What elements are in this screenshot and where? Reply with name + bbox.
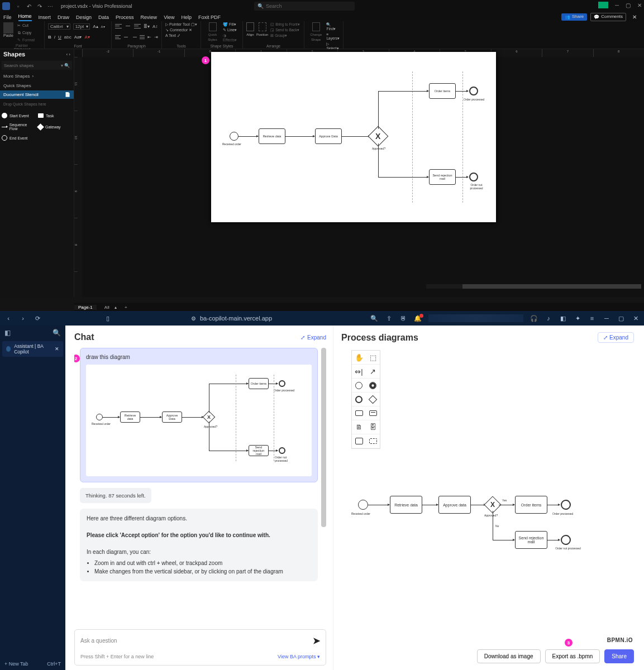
document-stencil-item[interactable]: Document Stencil📄 bbox=[0, 90, 74, 99]
bpmn-flow[interactable] bbox=[368, 505, 389, 505]
quick-shapes-link[interactable]: Quick Shapes bbox=[0, 81, 74, 90]
bpmn-task-reject[interactable]: Send rejection mail bbox=[429, 169, 456, 185]
tab-close-icon[interactable]: ✕ bbox=[55, 346, 59, 352]
bpmn-flow[interactable] bbox=[378, 91, 379, 129]
pointer-tool-button[interactable]: ▷ Pointer Tool ▢▾ bbox=[165, 22, 197, 27]
bpmn-flow[interactable] bbox=[422, 505, 438, 505]
bring-to-front-button[interactable]: ◱ Bring to Front▾ bbox=[270, 22, 299, 27]
headphones-icon[interactable]: 🎧 bbox=[530, 315, 538, 322]
copy-button[interactable]: ⧉Copy bbox=[16, 30, 41, 36]
bpmn-flow[interactable] bbox=[378, 143, 379, 177]
chat-scroll-thumb[interactable] bbox=[321, 348, 326, 527]
bpmn-flow[interactable] bbox=[493, 540, 514, 540]
collapse-ribbon-icon[interactable]: ✕ bbox=[629, 14, 640, 20]
fill-button[interactable]: 🪣 Fill▾ bbox=[223, 22, 239, 27]
align-center-button[interactable] bbox=[123, 35, 129, 40]
position-button[interactable]: Position bbox=[256, 22, 268, 38]
bpmn-start-event[interactable] bbox=[230, 132, 238, 141]
font-size-select[interactable]: 12pt▾ bbox=[73, 23, 90, 30]
download-image-button[interactable]: Download as image bbox=[477, 649, 541, 663]
notification-bell-icon[interactable]: 🔔 bbox=[414, 315, 422, 322]
bpmn-task-approve[interactable]: Approve data bbox=[438, 496, 471, 514]
bpmn-flow[interactable] bbox=[378, 91, 428, 92]
bpmn-flow[interactable] bbox=[471, 505, 485, 505]
align-mid-button[interactable] bbox=[125, 23, 131, 29]
page-tab-1[interactable]: Page-1 bbox=[74, 305, 97, 310]
share-diagram-button[interactable]: Share bbox=[604, 649, 634, 663]
chat-input-box[interactable]: Ask a question ➤ Press Shift + Enter for… bbox=[74, 629, 326, 666]
url-bar[interactable]: ⚙ ba-copilot-main.vercel.app bbox=[191, 315, 272, 322]
bpmn-flow[interactable] bbox=[456, 91, 468, 92]
add-page-button[interactable]: + bbox=[121, 305, 131, 310]
share-button[interactable]: 👥 Share bbox=[561, 13, 587, 21]
format-painter-button[interactable]: ✎Format Painter bbox=[16, 37, 41, 47]
undo-icon[interactable]: ↶ bbox=[25, 3, 32, 10]
bpmn-canvas[interactable]: Received order Retrieve data Approve dat… bbox=[341, 347, 634, 663]
bpmn-flow[interactable] bbox=[456, 177, 468, 178]
bpmn-flow[interactable] bbox=[285, 136, 314, 137]
shapes-search-input[interactable]: Search shapes▾ 🔍 bbox=[2, 61, 72, 70]
send-icon[interactable]: ➤ bbox=[313, 635, 320, 646]
shapes-nav[interactable]: ‹ › bbox=[66, 52, 70, 57]
align-left-button[interactable] bbox=[115, 35, 121, 40]
user-avatar-icon[interactable] bbox=[598, 2, 608, 8]
minimize-icon[interactable]: ─ bbox=[615, 2, 619, 8]
find-button[interactable]: 🔍 Find▾ bbox=[326, 22, 340, 31]
quick-styles-button[interactable]: Quick Styles bbox=[204, 22, 221, 42]
sidepanel-icon[interactable]: ◧ bbox=[559, 315, 567, 322]
win-close-icon[interactable]: ✕ bbox=[632, 315, 640, 322]
page-tab-all[interactable]: All ▴ bbox=[97, 305, 121, 310]
font-name-select[interactable]: Calibri▾ bbox=[48, 23, 70, 30]
bpmn-end-yes[interactable] bbox=[469, 87, 478, 95]
search-page-icon[interactable]: 🔍 bbox=[370, 315, 378, 322]
tab-home[interactable]: Home bbox=[18, 13, 32, 21]
close-icon[interactable]: ✕ bbox=[637, 2, 642, 8]
shape-end-event[interactable]: End Event bbox=[2, 135, 36, 141]
export-bpmn-button[interactable]: Export as .bpmn bbox=[545, 649, 600, 663]
process-expand-button[interactable]: ⤢ Expand bbox=[598, 332, 634, 343]
win-min-icon[interactable]: ─ bbox=[603, 315, 610, 322]
bold-button[interactable]: B bbox=[48, 35, 51, 40]
shape-gateway[interactable]: Gateway bbox=[38, 123, 72, 131]
sidebar-search-icon[interactable]: 🔍 bbox=[53, 329, 61, 337]
horizontal-scrollbar[interactable] bbox=[426, 284, 634, 289]
shield-icon[interactable]: ⛨ bbox=[399, 315, 407, 322]
chat-scrollbar[interactable] bbox=[321, 348, 326, 624]
bpmn-flow[interactable] bbox=[547, 505, 560, 505]
chat-messages[interactable]: 2 draw this diagram Received order Retri… bbox=[74, 348, 326, 624]
shape-start-event[interactable]: Start Event bbox=[2, 113, 36, 118]
line-button[interactable]: ✎ Line▾ bbox=[223, 28, 239, 32]
tab-foxit[interactable]: Foxit PDF bbox=[198, 15, 221, 21]
underline-button[interactable]: U bbox=[58, 35, 61, 40]
nav-back-icon[interactable]: ‹ bbox=[4, 315, 12, 322]
font-shrink-icon[interactable]: A▾ bbox=[101, 25, 105, 28]
tab-data[interactable]: Data bbox=[98, 15, 109, 21]
visio-search-input[interactable]: 🔍 Search bbox=[254, 2, 355, 11]
send-to-back-button[interactable]: ◲ Send to Back▾ bbox=[270, 28, 299, 32]
tab-insert[interactable]: Insert bbox=[39, 15, 51, 21]
bpmn-flow[interactable] bbox=[342, 136, 370, 137]
align-button[interactable]: Align bbox=[246, 22, 254, 38]
save-icon[interactable]: ▫ bbox=[15, 3, 22, 10]
align-top-button[interactable] bbox=[115, 23, 122, 29]
scrollbar-thumb[interactable] bbox=[462, 284, 641, 289]
redo-icon[interactable]: ↷ bbox=[36, 3, 43, 10]
group-button[interactable]: ⊞ Group▾ bbox=[270, 34, 299, 38]
menu-icon[interactable]: ≡ bbox=[588, 315, 596, 322]
align-right-button[interactable] bbox=[131, 35, 137, 40]
bpmn-task-approve[interactable]: Approve Data bbox=[315, 128, 342, 144]
align-bot-button[interactable] bbox=[134, 23, 141, 29]
music-icon[interactable]: ♪ bbox=[545, 315, 552, 322]
shape-seq-flow[interactable]: Sequence Flow bbox=[2, 123, 36, 131]
layers-button[interactable]: ≡ Layers▾ bbox=[326, 32, 340, 41]
font-color-button[interactable]: A▾ bbox=[85, 35, 90, 40]
effects-button[interactable]: ◑ Effects▾ bbox=[223, 34, 239, 42]
indent-button[interactable]: ⇥ bbox=[154, 35, 158, 40]
change-shape-button[interactable]: Change Shape bbox=[308, 22, 324, 51]
text-tool-button[interactable]: A Text ⤢ bbox=[165, 34, 197, 38]
visio-canvas[interactable]: -2-1012345678 1110987 1 Received order R… bbox=[74, 49, 644, 297]
bpmn-task-retrieve[interactable]: Retrieve data bbox=[390, 496, 422, 514]
bpmn-flow[interactable] bbox=[547, 540, 560, 540]
tab-file[interactable]: File bbox=[3, 15, 12, 21]
reader-icon[interactable]: ▯ bbox=[104, 315, 112, 322]
